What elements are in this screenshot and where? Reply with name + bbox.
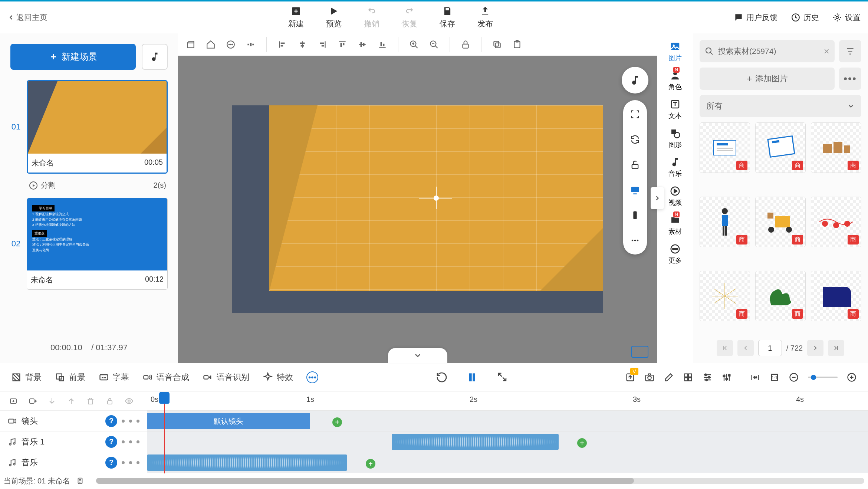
align-left-icon[interactable] bbox=[274, 36, 290, 53]
export-button[interactable] bbox=[625, 372, 635, 383]
pager-prev-button[interactable] bbox=[737, 340, 754, 356]
asset-item[interactable]: 商 bbox=[700, 122, 750, 173]
tts-button[interactable]: 语音合成 bbox=[142, 372, 189, 383]
audio-clip-1[interactable] bbox=[392, 434, 559, 450]
eye-icon[interactable] bbox=[125, 397, 134, 406]
adjust-button[interactable] bbox=[702, 372, 713, 383]
unlock-icon[interactable] bbox=[628, 157, 642, 172]
more-circle-icon[interactable] bbox=[223, 36, 239, 53]
pager-last-button[interactable] bbox=[828, 340, 844, 356]
ruler-icon[interactable] bbox=[183, 36, 199, 53]
copy-status-icon[interactable] bbox=[76, 477, 84, 485]
rewind-button[interactable] bbox=[436, 371, 448, 383]
rail-material[interactable]: 素材 N bbox=[668, 212, 682, 238]
new-scene-button[interactable]: 新建场景 bbox=[10, 44, 136, 70]
filter-dropdown[interactable]: 所有 bbox=[700, 95, 861, 117]
align-middle-icon[interactable] bbox=[354, 36, 371, 53]
back-button[interactable]: 返回主页 bbox=[7, 12, 47, 23]
trash-icon[interactable] bbox=[86, 397, 95, 406]
rotate-icon[interactable] bbox=[628, 132, 642, 147]
background-button[interactable]: 背景 bbox=[11, 372, 42, 383]
down-icon[interactable] bbox=[47, 397, 56, 406]
camera-button[interactable] bbox=[644, 372, 655, 383]
help-icon[interactable]: ? bbox=[105, 457, 117, 469]
canvas-viewport[interactable] bbox=[178, 56, 657, 363]
asset-item[interactable]: 商 bbox=[811, 271, 861, 321]
align-center-h-icon[interactable] bbox=[294, 36, 310, 53]
help-icon[interactable]: ? bbox=[105, 436, 117, 448]
redo-button[interactable]: 恢复 bbox=[402, 6, 417, 29]
pager-first-button[interactable] bbox=[717, 340, 733, 356]
rail-more[interactable]: 更多 bbox=[668, 241, 682, 267]
align-top-icon[interactable] bbox=[334, 36, 351, 53]
paste-icon[interactable] bbox=[509, 36, 525, 53]
track-music-1[interactable]: 音乐 1 ? bbox=[0, 431, 147, 452]
expand-panel-button[interactable] bbox=[651, 187, 664, 209]
rail-image[interactable]: 图片 bbox=[668, 39, 682, 65]
rail-video[interactable]: 视频 bbox=[668, 183, 682, 209]
add-keyframe-button[interactable]: + bbox=[366, 459, 375, 469]
asset-item[interactable]: 商 bbox=[811, 197, 861, 247]
audio-clip-2[interactable] bbox=[147, 454, 347, 471]
asr-button[interactable]: 语音识别 bbox=[203, 372, 249, 383]
new-button[interactable]: 新建 bbox=[288, 6, 304, 29]
pager-input[interactable] bbox=[758, 340, 782, 356]
undo-button[interactable]: 撤销 bbox=[364, 6, 379, 29]
copy-icon[interactable] bbox=[489, 36, 505, 53]
timeline-ruler[interactable]: 0s 1s 2s 3s 4s bbox=[147, 391, 868, 410]
add-keyframe-button[interactable]: + bbox=[332, 417, 342, 427]
help-icon[interactable]: ? bbox=[105, 415, 117, 427]
more-tools-button[interactable]: ••• bbox=[306, 371, 318, 383]
up-icon[interactable] bbox=[67, 397, 76, 406]
home-icon[interactable] bbox=[203, 36, 219, 53]
rail-text[interactable]: 文本 bbox=[668, 96, 682, 122]
distribute-icon[interactable] bbox=[243, 36, 259, 53]
fx-button[interactable]: 特效 bbox=[263, 372, 293, 383]
asset-item[interactable]: 商 bbox=[755, 271, 806, 321]
zoom-out-icon[interactable] bbox=[426, 36, 442, 53]
subtitle-button[interactable]: 字幕 bbox=[99, 372, 129, 383]
track-out-icon[interactable] bbox=[28, 397, 37, 406]
rail-character[interactable]: 角色 N bbox=[668, 68, 682, 93]
preview-button[interactable]: 预览 bbox=[326, 6, 342, 29]
rail-shape[interactable]: 图形 bbox=[668, 125, 682, 151]
asset-item[interactable]: 商 bbox=[755, 122, 806, 173]
history-button[interactable]: 历史 bbox=[791, 12, 819, 23]
edit-button[interactable] bbox=[664, 372, 674, 383]
pager-next-button[interactable] bbox=[807, 340, 823, 356]
zoom-in-button[interactable] bbox=[846, 372, 857, 383]
align-bottom-icon[interactable] bbox=[374, 36, 391, 53]
fit-width-button[interactable] bbox=[750, 372, 760, 383]
asset-item[interactable]: 商 bbox=[700, 197, 750, 247]
track-music-2[interactable]: 音乐 ? bbox=[0, 452, 147, 473]
lock-track-icon[interactable] bbox=[105, 397, 114, 406]
filter-button[interactable] bbox=[839, 40, 861, 62]
global-music-button[interactable] bbox=[142, 44, 168, 70]
fit-height-button[interactable]: 1:1 bbox=[769, 372, 780, 383]
more-icon[interactable] bbox=[628, 233, 642, 248]
feedback-button[interactable]: 用户反馈 bbox=[734, 12, 777, 23]
publish-button[interactable]: 发布 bbox=[477, 6, 493, 29]
timeline-scrollbar[interactable] bbox=[96, 478, 864, 484]
pause-button[interactable] bbox=[466, 371, 478, 383]
expand-button[interactable] bbox=[497, 371, 508, 383]
save-button[interactable]: 保存 bbox=[440, 6, 455, 29]
camera-clip[interactable]: 默认镜头 bbox=[147, 413, 310, 429]
track-camera[interactable]: 镜头 ? bbox=[0, 410, 147, 431]
zoom-in-icon[interactable] bbox=[406, 36, 422, 53]
align-right-icon[interactable] bbox=[314, 36, 331, 53]
phone-icon[interactable] bbox=[628, 208, 642, 223]
stage[interactable] bbox=[269, 105, 603, 291]
lock-icon[interactable] bbox=[457, 36, 474, 53]
split-button[interactable]: 分割 bbox=[29, 180, 56, 190]
float-music-button[interactable] bbox=[622, 67, 648, 93]
foreground-button[interactable]: 前景 bbox=[55, 372, 85, 383]
settings-button[interactable]: 设置 bbox=[832, 12, 861, 23]
scene-item-2[interactable]: 02 一.学习目标 1 理解正弦和余弦的公式 2 能查表用公式解决有关三角问题 … bbox=[10, 198, 168, 290]
scene-item-1[interactable]: 01 未命名 00:05 bbox=[10, 80, 168, 174]
aspect-indicator[interactable] bbox=[631, 346, 648, 358]
add-track-icon[interactable] bbox=[9, 397, 18, 406]
asset-item[interactable]: 商 bbox=[700, 271, 750, 321]
zoom-slider[interactable] bbox=[808, 377, 838, 378]
add-image-button[interactable]: + 添加图片 bbox=[700, 68, 835, 90]
